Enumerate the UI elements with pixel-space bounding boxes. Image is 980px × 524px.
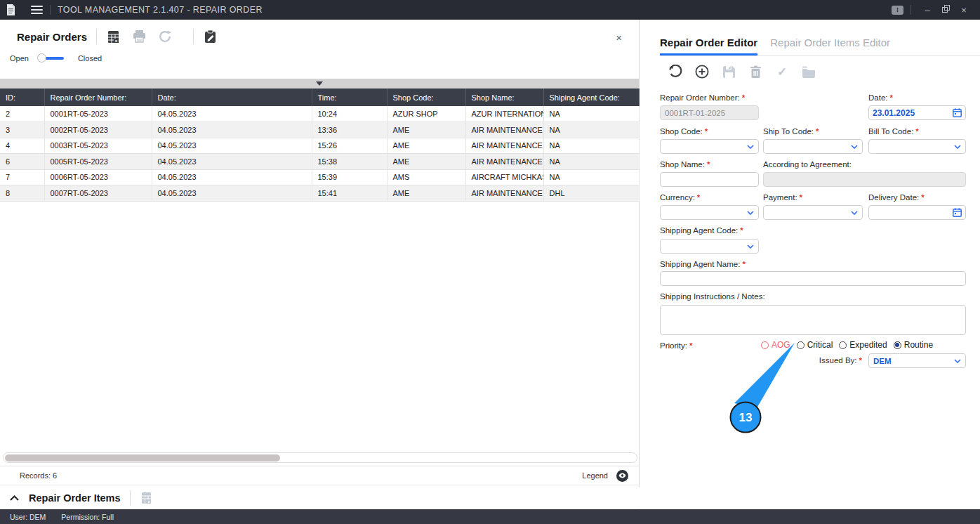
bill-to-code-select[interactable] — [868, 139, 966, 154]
priority-radio-group: AOG Critical Expedited Routine — [761, 340, 933, 350]
column-header[interactable]: Shop Name: — [465, 89, 543, 106]
items-section-title: Repair Order Items — [29, 492, 121, 504]
table-cell: 0005RT-05-2023 — [44, 154, 152, 170]
radio-aog[interactable]: AOG — [761, 340, 790, 350]
restore-button[interactable] — [936, 4, 955, 15]
tab-repair-order-editor[interactable]: Repair Order Editor — [660, 37, 757, 55]
table-cell: 15:38 — [312, 154, 387, 170]
open-closed-switch[interactable] — [37, 53, 64, 63]
feedback-icon[interactable]: ! — [892, 6, 903, 15]
shipping-instructions-field[interactable] — [660, 305, 966, 335]
repair-orders-panel: Repair Orders x × Open Closed ID:Re — [0, 20, 640, 509]
table-cell: 04.05.2023 — [152, 169, 312, 185]
table-row[interactable]: 20001RT-05-202304.05.202310:24AZUR SHOPA… — [0, 106, 639, 122]
print-icon[interactable] — [132, 30, 146, 44]
close-button[interactable]: × — [955, 5, 973, 15]
ship-to-code-select[interactable] — [763, 139, 863, 154]
delete-trash-icon[interactable] — [748, 65, 762, 79]
save-icon[interactable] — [722, 65, 736, 79]
table-cell: 04.05.2023 — [152, 185, 312, 202]
column-header[interactable]: Repair Order Number: — [44, 89, 152, 106]
editor-toolbar: ✓ — [668, 65, 816, 79]
table-header-row: ID:Repair Order Number:Date:Time:Shop Co… — [0, 89, 639, 106]
shop-name-field[interactable] — [660, 172, 759, 187]
currency-select[interactable] — [660, 205, 759, 220]
panel-close-icon[interactable]: × — [616, 32, 622, 44]
radio-routine[interactable]: Routine — [894, 340, 933, 350]
title-bar: TOOL MANAGEMENT 2.1.407 - REPAIR ORDER !… — [0, 0, 980, 20]
radio-critical[interactable]: Critical — [797, 340, 833, 350]
date-field[interactable]: 23.01.2025 — [868, 105, 966, 120]
confirm-check-icon[interactable]: ✓ — [775, 65, 789, 79]
chevron-down-icon — [954, 145, 961, 149]
undo-refresh-icon[interactable] — [668, 65, 682, 79]
radio-circle-icon — [894, 341, 901, 349]
shipping-agent-name-field[interactable] — [660, 271, 966, 286]
column-header[interactable]: Time: — [312, 89, 387, 106]
shipping-agent-name-label: Shipping Agent Name:* — [660, 260, 746, 268]
document-icon — [6, 4, 15, 15]
shop-code-label: Shop Code:* — [660, 127, 708, 136]
table-cell: NA — [543, 138, 639, 154]
horizontal-scrollbar[interactable] — [3, 452, 637, 463]
table-cell: 6 — [0, 154, 44, 170]
collapse-triangle-icon — [316, 81, 323, 86]
calendar-icon[interactable] — [953, 108, 962, 117]
refresh-icon[interactable] — [158, 30, 172, 44]
export-excel-icon[interactable]: x — [106, 30, 120, 44]
table-row[interactable]: 60005RT-05-202304.05.202315:38AMEAIR MAI… — [0, 154, 639, 170]
chevron-down-icon — [851, 211, 858, 215]
items-export-excel-icon[interactable]: x — [140, 491, 154, 505]
table-cell: 04.05.2023 — [152, 106, 312, 122]
table-cell: 04.05.2023 — [152, 122, 312, 138]
status-user: User: DEM — [10, 513, 46, 521]
delivery-date-field[interactable] — [868, 205, 966, 220]
table-row[interactable]: 80007RT-05-202304.05.202315:41AMEAIR MAI… — [0, 185, 639, 202]
status-bar: User: DEM Permission: Full — [0, 509, 980, 524]
add-icon[interactable] — [695, 65, 709, 79]
table-cell: 0001RT-05-2023 — [44, 106, 152, 122]
column-header[interactable]: Shop Code: — [387, 89, 465, 106]
radio-circle-icon — [839, 341, 847, 349]
copy-folder-icon[interactable] — [802, 65, 816, 79]
currency-label: Currency:* — [660, 193, 700, 202]
table-cell: 04.05.2023 — [152, 138, 312, 154]
minimize-button[interactable]: – — [918, 5, 936, 15]
payment-label: Payment:* — [763, 193, 802, 202]
edit-clipboard-icon[interactable] — [203, 30, 217, 44]
calendar-icon[interactable] — [953, 208, 962, 217]
repair-order-number-label: Repair Order Number:* — [660, 93, 745, 102]
table-row[interactable]: 30002RT-05-202304.05.202313:36AMEAIR MAI… — [0, 122, 639, 138]
shop-code-select[interactable] — [660, 139, 759, 154]
panel-title: Repair Orders — [17, 31, 87, 43]
legend-eye-icon[interactable] — [616, 470, 628, 482]
switch-knob[interactable] — [37, 53, 46, 63]
ship-to-code-label: Ship To Code:* — [763, 127, 819, 136]
chevron-up-icon[interactable] — [10, 495, 19, 501]
menu-icon[interactable] — [31, 4, 43, 16]
payment-select[interactable] — [763, 205, 863, 220]
table-cell: AME — [387, 122, 465, 138]
column-header[interactable]: Date: — [152, 89, 312, 106]
column-header[interactable]: Shiping Agent Code: — [543, 89, 639, 106]
status-permission: Permission: Full — [61, 513, 114, 521]
table-cell: NA — [543, 169, 639, 185]
column-header[interactable]: ID: — [0, 89, 44, 106]
grid-collapse-strip[interactable] — [0, 79, 639, 89]
issued-by-select[interactable]: DEM — [868, 353, 966, 368]
scrollbar-thumb[interactable] — [5, 454, 280, 461]
shipping-agent-code-select[interactable] — [660, 239, 759, 254]
table-row[interactable]: 40003RT-05-202304.05.202315:26AMEAIR MAI… — [0, 138, 639, 154]
table-cell: 0006RT-05-2023 — [44, 169, 152, 185]
radio-expedited[interactable]: Expedited — [839, 340, 887, 350]
shipping-agent-code-label: Shipping Agent Code:* — [660, 226, 743, 235]
window-title: TOOL MANAGEMENT 2.1.407 - REPAIR ORDER — [58, 5, 263, 15]
toolbar-separator — [130, 490, 131, 506]
table-row[interactable]: 70006RT-05-202304.05.202315:39AMSAIRCRAF… — [0, 169, 639, 185]
table-cell: 7 — [0, 169, 44, 185]
toggle-closed-label: Closed — [78, 54, 102, 63]
toolbar-separator — [96, 29, 97, 44]
legend-label: Legend — [582, 471, 608, 480]
table-cell: 15:26 — [312, 138, 387, 154]
tab-repair-order-items-editor[interactable]: Repair Order Items Editor — [770, 37, 890, 55]
